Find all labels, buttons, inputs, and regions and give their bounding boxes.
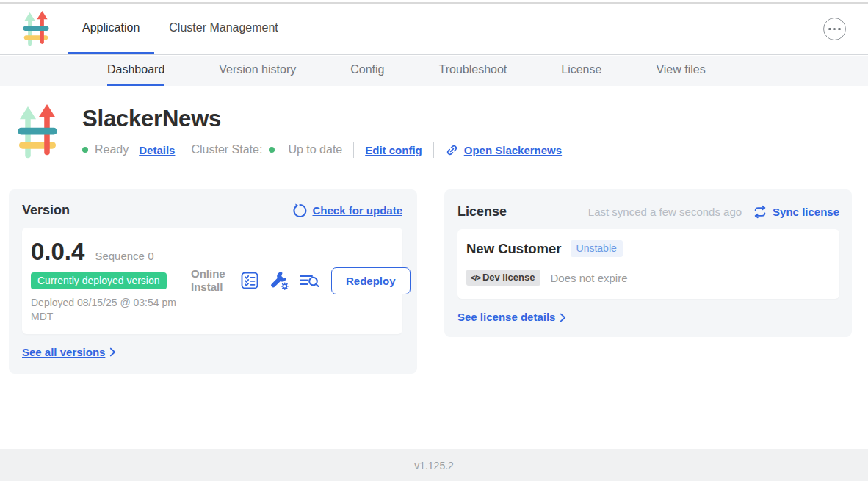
status-details-link[interactable]: Details xyxy=(139,144,175,156)
dashboard-cards: Version Check for update xyxy=(9,189,852,374)
view-files-icon[interactable] xyxy=(298,270,320,291)
license-type-tag: </> Dev license xyxy=(466,270,540,286)
link-icon xyxy=(445,143,459,157)
deployed-timestamp: Deployed 08/15/25 @ 03:54 pm MDT xyxy=(31,296,189,324)
current-version-panel: 0.0.4 Sequence 0 Currently deployed vers… xyxy=(22,228,402,334)
cluster-state-label: Cluster State: xyxy=(191,143,262,156)
subtab-troubleshoot[interactable]: Troubleshoot xyxy=(438,56,507,86)
version-sequence: Sequence 0 xyxy=(95,250,153,262)
app-status-text: Ready xyxy=(95,143,129,156)
see-license-details-link[interactable]: See license details xyxy=(457,311,566,323)
edit-config-link[interactable]: Edit config xyxy=(365,144,422,156)
license-panel: New Customer Unstable </> Dev license Do… xyxy=(457,229,839,299)
version-actions: Online Install xyxy=(191,267,411,294)
code-icon: </> xyxy=(471,273,480,282)
subtab-license[interactable]: License xyxy=(561,56,601,86)
sync-icon xyxy=(753,205,767,219)
overflow-menu-button[interactable] xyxy=(823,18,846,40)
edit-config-icon[interactable] xyxy=(269,270,289,291)
tab-application[interactable]: Application xyxy=(68,4,154,54)
app-logo-large-icon xyxy=(16,104,59,161)
redeploy-button[interactable]: Redeploy xyxy=(331,267,411,294)
admin-console-page: Application Cluster Management Dashboard… xyxy=(0,0,868,481)
license-card-header: License Last synced a few seconds ago xyxy=(457,204,839,220)
license-card: License Last synced a few seconds ago xyxy=(444,189,852,337)
version-card-header: Version Check for update xyxy=(22,203,402,218)
refresh-icon xyxy=(292,203,307,218)
version-info: 0.0.4 Sequence 0 Currently deployed vers… xyxy=(31,238,191,324)
ellipsis-icon xyxy=(828,28,831,31)
app-header: SlackerNews Ready Details Cluster State:… xyxy=(0,86,868,161)
tab-cluster-management[interactable]: Cluster Management xyxy=(154,4,293,54)
app-head-text: SlackerNews Ready Details Cluster State:… xyxy=(82,104,562,161)
version-card: Version Check for update xyxy=(9,189,417,374)
install-type-label: Online Install xyxy=(191,267,231,294)
cluster-state-dot xyxy=(269,147,275,153)
license-expiry: Does not expire xyxy=(550,272,627,284)
tab-cluster-management-label: Cluster Management xyxy=(169,21,278,35)
top-tabs: Application Cluster Management xyxy=(68,4,293,54)
deployed-badge: Currently deployed version xyxy=(31,272,167,289)
license-card-title: License xyxy=(457,204,507,220)
divider xyxy=(433,142,434,158)
preflight-checks-icon[interactable] xyxy=(239,270,260,291)
divider xyxy=(353,142,354,158)
subtab-version-history[interactable]: Version history xyxy=(219,56,296,86)
app-status-row: Ready Details Cluster State: Up to date … xyxy=(82,142,562,158)
topnav-spacer xyxy=(293,4,823,54)
version-number: 0.0.4 xyxy=(31,238,84,266)
subtab-config[interactable]: Config xyxy=(350,56,384,86)
subtab-dashboard[interactable]: Dashboard xyxy=(107,56,164,86)
top-nav: Application Cluster Management xyxy=(0,4,868,55)
sync-license-link[interactable]: Sync license xyxy=(753,205,839,219)
open-app-link[interactable]: Open Slackernews xyxy=(445,143,562,157)
app-sub-nav: Dashboard Version history Config Trouble… xyxy=(0,56,868,86)
see-all-versions-link[interactable]: See all versions xyxy=(22,346,116,358)
console-version: v1.125.2 xyxy=(414,460,454,471)
page-title: SlackerNews xyxy=(82,106,562,132)
tab-application-label: Application xyxy=(82,21,140,35)
customer-name: New Customer xyxy=(466,241,562,257)
last-synced-text: Last synced a few seconds ago xyxy=(588,206,742,218)
chevron-right-icon xyxy=(109,347,116,357)
app-logo-icon xyxy=(22,11,50,48)
subtab-view-files[interactable]: View files xyxy=(656,56,705,86)
footer: v1.125.2 xyxy=(0,449,868,481)
channel-badge: Unstable xyxy=(571,240,623,257)
cluster-state-value: Up to date xyxy=(288,143,342,156)
check-for-update-link[interactable]: Check for update xyxy=(292,203,402,218)
version-card-title: Version xyxy=(22,203,70,218)
chevron-right-icon xyxy=(560,313,566,322)
app-status-dot xyxy=(82,147,88,153)
